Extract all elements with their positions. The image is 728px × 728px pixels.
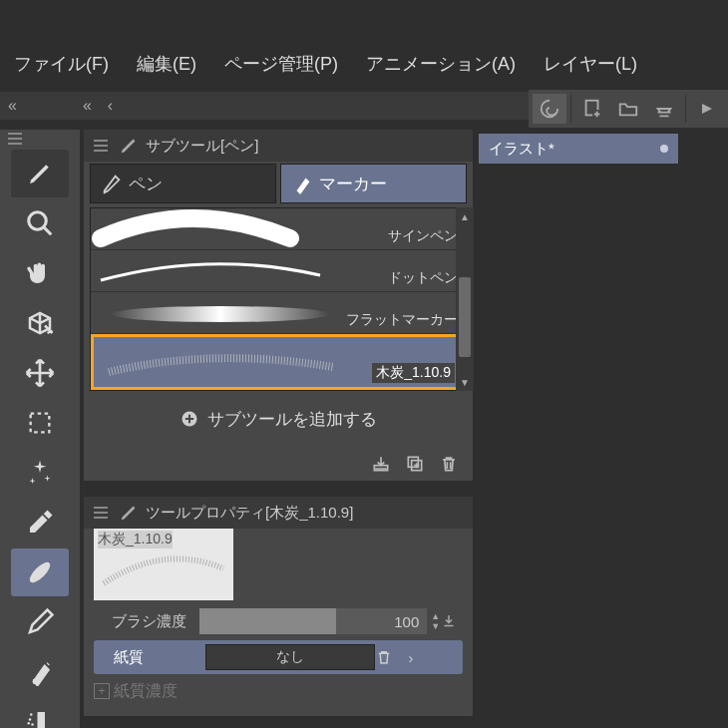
svg-point-10 [28, 722, 31, 725]
duplicate-icon[interactable] [401, 451, 429, 477]
toolprop-brush-icon [118, 502, 140, 524]
svg-point-11 [111, 306, 330, 322]
marker-nib-icon [291, 173, 313, 194]
subtool-panel: サブツール[ペン] ペン マーカー サインペン ドットペン フラットマーカー [84, 130, 473, 481]
airbrush-tool-icon[interactable] [11, 698, 69, 728]
collapse-single-icon[interactable]: ‹ [100, 97, 121, 115]
menu-edit[interactable]: 編集(E) [123, 52, 210, 76]
object-tool-icon[interactable] [11, 299, 69, 347]
magnify-tool-icon[interactable] [11, 199, 69, 247]
forward-icon[interactable] [690, 94, 724, 124]
hand-tool-icon[interactable] [11, 249, 69, 297]
subtool-title: サブツール[ペン] [146, 137, 258, 156]
menu-file[interactable]: ファイル(F) [0, 52, 123, 76]
toolprop-menu-icon[interactable] [90, 507, 112, 519]
subtool-brush-icon [118, 135, 140, 157]
subtool-menu-icon[interactable] [90, 140, 112, 152]
document-name: イラスト* [489, 140, 554, 159]
brush-dotpen[interactable]: ドットペン [91, 250, 466, 292]
eyedropper-tool-icon[interactable] [11, 499, 69, 546]
svg-rect-6 [38, 712, 46, 728]
pen-tool-icon[interactable] [11, 150, 69, 197]
svg-rect-3 [31, 414, 50, 433]
scroll-up-icon[interactable]: ▲ [456, 207, 474, 225]
trash-icon[interactable] [435, 451, 463, 477]
scroll-thumb[interactable] [459, 277, 471, 357]
texture-trash-icon[interactable] [375, 648, 399, 666]
svg-point-7 [30, 713, 33, 716]
chevron-right-icon[interactable]: › [399, 649, 423, 666]
paper-density-row: + 紙質濃度 [94, 676, 463, 706]
svg-rect-5 [33, 679, 38, 684]
open-folder-icon[interactable] [611, 94, 645, 124]
subtool-action-row [84, 447, 473, 481]
collapse-panel-icon[interactable]: « [75, 97, 100, 115]
brush-preview[interactable]: 木炭_1.10.9 [94, 529, 233, 600]
brush-density-row: ブラシ濃度 100 ▲▼ [94, 604, 463, 638]
new-page-icon[interactable] [575, 94, 609, 124]
svg-point-8 [29, 718, 32, 721]
brush-flatmarker[interactable]: フラットマーカー [91, 292, 466, 334]
toolprop-title: ツールプロパティ[木炭_1.10.9] [146, 504, 353, 523]
spiral-icon[interactable] [533, 94, 566, 124]
menu-page[interactable]: ページ管理(P) [210, 52, 352, 76]
menu-animation[interactable]: アニメーション(A) [352, 52, 530, 76]
brush-density-slider[interactable]: 100 [199, 608, 428, 634]
canvas-toolbar [529, 90, 728, 128]
step-up-icon[interactable]: ▲ [431, 611, 440, 621]
unsaved-dot-icon [660, 145, 668, 153]
svg-rect-13 [374, 466, 387, 471]
save-icon[interactable] [647, 94, 681, 124]
tool-menu-icon[interactable] [0, 130, 80, 148]
import-icon[interactable] [367, 451, 395, 477]
tool-column [0, 130, 80, 728]
add-subtool-button[interactable]: サブツールを追加する [90, 397, 467, 441]
brush-signpen[interactable]: サインペン [91, 208, 466, 250]
collapse-left-icon[interactable]: « [0, 97, 25, 115]
svg-point-9 [31, 723, 34, 726]
brush-list-scrollbar[interactable]: ▲ ▼ [456, 207, 474, 391]
menu-layer[interactable]: レイヤー(L) [530, 52, 651, 76]
brush-list: サインペン ドットペン フラットマーカー 木炭_1.10.9 [90, 207, 467, 391]
paper-texture-dropdown[interactable]: なし [205, 644, 375, 670]
tab-marker[interactable]: マーカー [280, 164, 467, 203]
document-tab[interactable]: イラスト* [479, 134, 678, 164]
svg-point-2 [29, 212, 47, 230]
menu-bar: ファイル(F) 編集(E) ページ管理(P) アニメーション(A) レイヤー(L… [0, 44, 728, 84]
expand-icon[interactable]: + [94, 683, 110, 699]
pressure-link-icon[interactable] [440, 612, 463, 630]
wand-tool-icon[interactable] [11, 449, 69, 497]
paper-texture-row: 紙質 なし › [94, 640, 463, 674]
step-down-icon[interactable]: ▼ [431, 621, 440, 631]
scroll-down-icon[interactable]: ▼ [456, 373, 474, 391]
pen-nib-icon [101, 173, 123, 194]
plus-circle-icon [180, 409, 199, 429]
tab-pen[interactable]: ペン [90, 164, 276, 203]
marquee-tool-icon[interactable] [11, 399, 69, 447]
tool-property-panel: ツールプロパティ[木炭_1.10.9] 木炭_1.10.9 ブラシ濃度 100 … [84, 497, 473, 716]
pencil-tool-icon[interactable] [11, 598, 69, 646]
brush-charcoal-selected[interactable]: 木炭_1.10.9 [91, 334, 466, 390]
move-tool-icon[interactable] [11, 349, 69, 397]
marker-tool-icon[interactable] [11, 648, 69, 696]
svg-point-4 [27, 559, 53, 585]
brush-tool-icon[interactable] [11, 548, 69, 596]
